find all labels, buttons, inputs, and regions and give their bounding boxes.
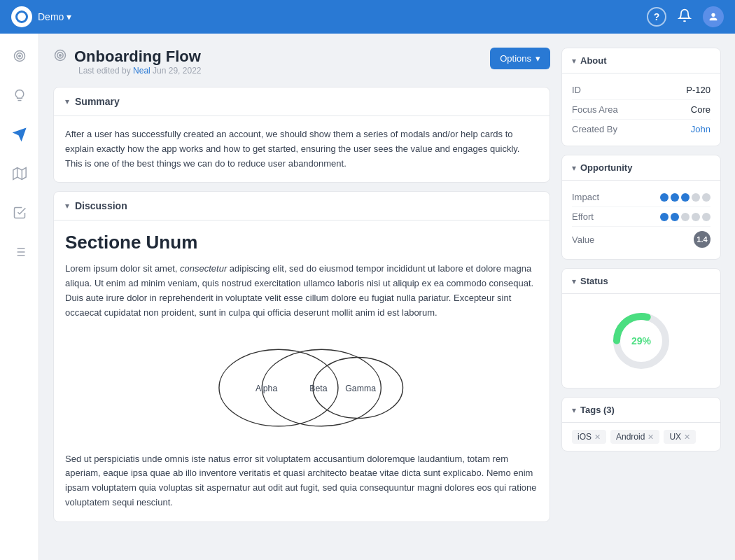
user-avatar[interactable] [703,6,724,27]
discussion-card-header[interactable]: ▾ Discussion [54,192,550,220]
last-edited-date: Jun 29, 2022 [150,66,202,76]
help-icon[interactable]: ? [647,7,666,27]
discussion-chevron: ▾ [65,201,69,211]
sidebar-icon-map[interactable] [8,162,31,185]
tag-android-label: Android [616,432,645,442]
impact-dot-4 [692,193,700,202]
impact-dot-3 [681,193,690,202]
venn-label-beta: Beta [309,383,327,393]
sidebar-icon-send[interactable] [8,123,31,146]
status-title: Status [580,276,608,286]
discussion-text-bottom: Sed ut perspiciatis unde omnis iste natu… [65,452,538,510]
venn-diagram: Alpha Beta Gamma [65,332,538,444]
impact-dot-2 [671,193,679,202]
about-value-id: P-120 [686,85,710,95]
tags-count: (3) [603,405,615,415]
about-row-focus: Focus Area Core [572,100,710,120]
opportunity-card-body: Impact Effort [562,181,720,259]
last-edited-prefix: Last edited by [78,66,133,76]
last-edited: Last edited by Neal Jun 29, 2022 [78,66,201,76]
venn-svg: Alpha Beta Gamma [183,339,421,437]
value-badge: 1.4 [694,231,710,248]
last-edited-user[interactable]: Neal [133,66,150,76]
content-area: Onboarding Flow Last edited by Neal Jun … [39,34,735,560]
tags-card: ▾ Tags (3) iOS ✕ Android ✕ [561,397,721,451]
top-navigation: Demo ▾ ? [0,0,735,34]
options-button[interactable]: Options ▾ [490,48,550,69]
tag-ios: iOS ✕ [572,430,606,444]
discussion-text-before: Lorem ipsum dolor sit amet, consectetur … [65,262,538,320]
tags-card-header[interactable]: ▾ Tags (3) [562,398,720,423]
svg-point-16 [59,54,62,56]
page-icon [53,48,67,66]
opp-row-impact: Impact [572,188,710,207]
nav-left: Demo ▾ [11,6,71,27]
logo[interactable] [11,6,32,27]
impact-dot-5 [702,193,710,202]
opportunity-card: ▾ Opportunity Impact [561,155,721,260]
summary-card-header[interactable]: ▾ Summary [54,88,550,116]
tag-ios-remove[interactable]: ✕ [594,433,601,442]
about-label-id: ID [572,85,581,95]
sidebar [0,34,39,560]
summary-title: Summary [75,96,120,107]
tag-android-remove[interactable]: ✕ [648,433,654,442]
demo-menu[interactable]: Demo ▾ [38,11,71,22]
impact-dot-1 [660,193,668,202]
opportunity-title: Opportunity [580,162,632,173]
demo-label: Demo [38,11,64,22]
page-header: Onboarding Flow Last edited by Neal Jun … [53,48,550,76]
effort-dot-3 [681,213,690,221]
sidebar-icon-checkbox[interactable] [8,202,31,224]
title-row: Onboarding Flow [53,48,201,66]
status-percentage: 29% [631,335,651,346]
about-row-created: Created By John [572,120,710,139]
about-card: ▾ About ID P-120 Focus Area Core Created… [561,48,721,146]
sidebar-icon-target[interactable] [8,45,31,67]
right-panel: ▾ About ID P-120 Focus Area Core Created… [561,48,721,546]
effort-dot-5 [702,213,710,221]
status-chevron: ▾ [572,276,576,286]
tags-container: iOS ✕ Android ✕ UX ✕ [572,430,710,444]
venn-label-gamma: Gamma [345,383,376,393]
venn-label-alpha: Alpha [255,383,278,393]
discussion-title: Discussion [75,200,127,211]
logo-inner [15,10,28,23]
about-card-header[interactable]: ▾ About [562,48,720,74]
discussion-card-body: Sectione Unum Lorem ipsum dolor sit amet… [54,220,550,521]
page-title: Onboarding Flow [74,48,201,66]
about-title: About [580,55,607,66]
effort-dot-1 [660,213,668,221]
tag-ux: UX ✕ [664,430,696,444]
bell-icon[interactable] [678,8,692,26]
svg-marker-5 [13,168,25,180]
tag-ios-label: iOS [578,432,592,442]
about-card-body: ID P-120 Focus Area Core Created By John [562,74,720,146]
opp-label-impact: Impact [572,192,599,202]
status-card-header[interactable]: ▾ Status [562,269,720,294]
about-value-created[interactable]: John [691,124,710,134]
opp-row-effort: Effort [572,207,710,227]
tag-android: Android ✕ [610,430,659,444]
tags-chevron: ▾ [572,405,576,415]
tags-card-body: iOS ✕ Android ✕ UX ✕ [562,423,720,451]
options-chevron: ▾ [536,53,540,64]
sidebar-icon-bulb[interactable] [8,84,31,106]
status-card: ▾ Status 29% [561,268,721,388]
about-label-created: Created By [572,124,617,134]
summary-card-body: After a user has successfully created an… [54,116,550,182]
main-layout: Onboarding Flow Last edited by Neal Jun … [0,34,735,560]
summary-chevron: ▾ [65,97,69,106]
sidebar-icon-list[interactable] [8,241,31,263]
main-panel: Onboarding Flow Last edited by Neal Jun … [53,48,550,546]
options-label: Options [500,53,531,64]
summary-card: ▾ Summary After a user has successfully … [53,87,550,183]
donut-chart: 29% [610,309,673,372]
about-value-focus: Core [691,104,710,115]
summary-text: After a user has successfully created an… [65,127,538,171]
tag-ux-remove[interactable]: ✕ [684,433,690,442]
opportunity-card-header[interactable]: ▾ Opportunity [562,155,720,181]
status-card-body: 29% [562,294,720,388]
opp-row-value: Value 1.4 [572,227,710,252]
nav-right: ? [647,6,724,27]
